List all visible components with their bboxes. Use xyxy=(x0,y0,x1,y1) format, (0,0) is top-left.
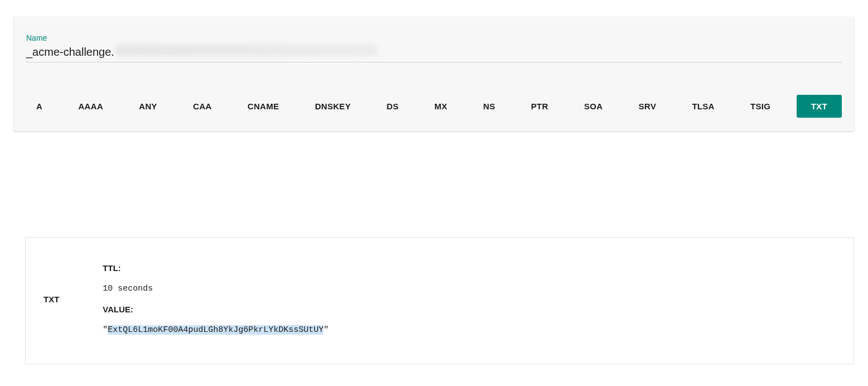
record-type-tabs: AAAAAANYCAACNAMEDNSKEYDSMXNSPTRSOASRVTLS… xyxy=(26,95,842,118)
ttl-label: TTL: xyxy=(103,263,328,273)
record-type-ds[interactable]: DS xyxy=(377,95,409,118)
record-type-caa[interactable]: CAA xyxy=(183,95,221,118)
record-type-dnskey[interactable]: DNSKEY xyxy=(305,95,361,118)
value-text: "ExtQL6L1moKF00A4pudLGh8YkJg6PkrLYkDKssS… xyxy=(103,325,328,335)
record-type-tlsa[interactable]: TLSA xyxy=(682,95,724,118)
record-type-mx[interactable]: MX xyxy=(424,95,457,118)
record-type-ptr[interactable]: PTR xyxy=(521,95,559,118)
value-label: VALUE: xyxy=(103,305,328,314)
value-string[interactable]: ExtQL6L1moKF00A4pudLGh8YkJg6PkrLYkDKssSU… xyxy=(108,325,323,335)
record-type-ns[interactable]: NS xyxy=(473,95,505,118)
name-field-label: Name xyxy=(26,33,842,42)
record-type-tsig[interactable]: TSIG xyxy=(740,95,780,118)
result-record-type: TXT xyxy=(43,295,59,304)
record-type-aaaa[interactable]: AAAA xyxy=(68,95,113,118)
result-body: TTL: 10 seconds VALUE: "ExtQL6L1moKF00A4… xyxy=(103,263,328,335)
name-input-redacted xyxy=(115,45,377,56)
record-type-soa[interactable]: SOA xyxy=(574,95,613,118)
record-type-txt[interactable]: TXT xyxy=(797,95,842,118)
name-input-value: _acme-challenge. xyxy=(26,46,114,59)
record-type-srv[interactable]: SRV xyxy=(629,95,666,118)
record-type-a[interactable]: A xyxy=(26,95,52,118)
ttl-value: 10 seconds xyxy=(103,284,328,293)
value-quote-close: " xyxy=(323,325,328,335)
dns-query-card: Name _acme-challenge. AAAAAANYCAACNAMEDN… xyxy=(14,17,854,131)
name-input[interactable]: _acme-challenge. xyxy=(26,45,842,62)
record-type-cname[interactable]: CNAME xyxy=(237,95,289,118)
dns-result-card: TXT TTL: 10 seconds VALUE: "ExtQL6L1moKF… xyxy=(25,237,854,364)
record-type-any[interactable]: ANY xyxy=(129,95,167,118)
value-quote-open: " xyxy=(103,325,108,335)
